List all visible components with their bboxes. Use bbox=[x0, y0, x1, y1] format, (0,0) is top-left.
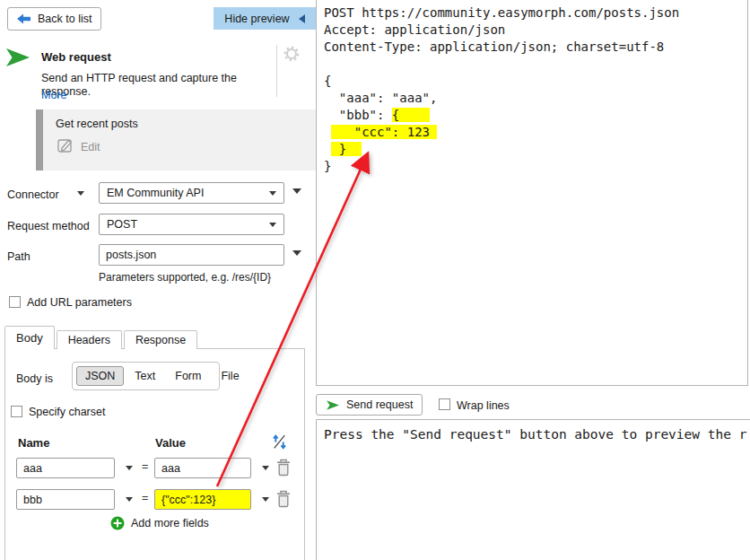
connector-parameter-dropdown-icon[interactable] bbox=[77, 191, 84, 196]
tab-headers[interactable]: Headers bbox=[57, 330, 122, 349]
step-accent-bar bbox=[36, 109, 43, 171]
request-method-label: Request method bbox=[7, 220, 90, 232]
field-value-dropdown-icon[interactable] bbox=[262, 466, 269, 470]
chevron-down-icon bbox=[269, 191, 276, 196]
field-name-dropdown-icon[interactable] bbox=[126, 466, 133, 470]
web-request-icon bbox=[4, 47, 31, 71]
connector-select[interactable]: EM Community API bbox=[99, 182, 284, 204]
header-divider bbox=[276, 45, 277, 97]
request-method-value: POST bbox=[107, 218, 269, 231]
response-preview-text: Press the "Send request" button above to… bbox=[324, 425, 746, 443]
send-icon bbox=[326, 399, 340, 411]
response-preview-pane: Press the "Send request" button above to… bbox=[316, 419, 750, 560]
request-method-select[interactable]: POST bbox=[99, 214, 284, 235]
equals-sign: = bbox=[142, 460, 148, 473]
path-input[interactable] bbox=[99, 244, 284, 266]
specify-charset-label: Specify charset bbox=[29, 406, 105, 418]
field-value-dropdown-icon[interactable] bbox=[262, 497, 269, 502]
tab-body[interactable]: Body bbox=[4, 326, 55, 349]
action-title: Web request bbox=[41, 50, 111, 64]
edit-button[interactable]: Edit bbox=[81, 141, 100, 153]
body-type-form[interactable]: Form bbox=[166, 366, 210, 386]
edit-pencil-icon bbox=[57, 137, 74, 156]
wrap-lines-label: Wrap lines bbox=[457, 399, 510, 412]
field-name-input[interactable] bbox=[16, 458, 115, 478]
path-label: Path bbox=[7, 250, 31, 263]
delete-field-icon[interactable] bbox=[276, 459, 291, 479]
chevron-down-icon bbox=[269, 223, 276, 227]
request-preview-text: POST https://community.easymorph.com/pos… bbox=[324, 4, 679, 175]
request-preview-pane: POST https://community.easymorph.com/pos… bbox=[316, 0, 748, 386]
field-row: = bbox=[0, 489, 305, 510]
step-name: Get recent posts bbox=[56, 118, 138, 130]
request-preview-line: } bbox=[324, 158, 679, 175]
path-hint: Parameters supported, e.g. /res/{ID} bbox=[99, 271, 271, 284]
field-value-input[interactable] bbox=[154, 489, 251, 510]
request-preview-line: Content-Type: application/json; charset=… bbox=[324, 39, 679, 56]
reorder-fields-icon[interactable] bbox=[271, 433, 288, 453]
more-link[interactable]: More bbox=[41, 89, 66, 101]
body-type-file[interactable]: File bbox=[212, 366, 248, 386]
request-preview-line: "aaa": "aaa", bbox=[324, 90, 679, 107]
connector-label: Connector bbox=[7, 188, 59, 201]
collapse-left-icon bbox=[299, 14, 305, 23]
field-row: = bbox=[0, 458, 305, 478]
tab-response[interactable]: Response bbox=[124, 330, 197, 349]
path-dropdown-icon[interactable] bbox=[292, 250, 301, 256]
connector-value: EM Community API bbox=[107, 187, 269, 199]
field-name-input[interactable] bbox=[16, 489, 115, 510]
add-more-fields-label: Add more fields bbox=[131, 517, 209, 529]
field-value-input[interactable] bbox=[154, 458, 251, 478]
back-to-list-label: Back to list bbox=[38, 13, 92, 25]
body-type-segmented-control: JSONTextFormFile bbox=[72, 362, 220, 390]
add-more-fields-button[interactable]: Add more fields bbox=[110, 516, 209, 530]
body-type-json[interactable]: JSON bbox=[76, 366, 124, 386]
gear-icon[interactable] bbox=[283, 46, 300, 65]
request-preview-line: POST https://community.easymorph.com/pos… bbox=[324, 4, 679, 22]
hide-preview-button[interactable]: Hide preview bbox=[214, 7, 316, 30]
request-preview-line: "ccc": 123 bbox=[324, 124, 679, 141]
delete-field-icon[interactable] bbox=[276, 490, 291, 511]
wrap-lines-checkbox[interactable] bbox=[439, 398, 450, 410]
body-type-text[interactable]: Text bbox=[126, 366, 164, 386]
send-request-label: Send request bbox=[346, 398, 413, 411]
add-url-parameters-checkbox[interactable] bbox=[9, 296, 21, 308]
back-arrow-icon bbox=[17, 13, 31, 24]
fields-value-header: Value bbox=[155, 436, 186, 450]
request-preview-line bbox=[324, 56, 679, 73]
hide-preview-label: Hide preview bbox=[224, 13, 289, 25]
field-name-dropdown-icon[interactable] bbox=[126, 497, 133, 502]
send-request-button[interactable]: Send request bbox=[316, 394, 423, 416]
specify-charset-checkbox[interactable] bbox=[11, 406, 22, 417]
fields-name-header: Name bbox=[18, 436, 49, 450]
request-preview-line: { bbox=[324, 73, 679, 90]
connector-menu-dropdown-icon[interactable] bbox=[292, 188, 301, 194]
action-description: Send an HTTP request and capture the res… bbox=[41, 72, 276, 99]
request-preview-line: "bbb": { bbox=[324, 107, 679, 124]
tab-bar: BodyHeadersResponse bbox=[4, 326, 199, 349]
request-preview-line: Accept: application/json bbox=[324, 22, 679, 39]
back-to-list-button[interactable]: Back to list bbox=[7, 7, 101, 31]
request-preview-line: } bbox=[324, 141, 679, 158]
add-url-parameters-label: Add URL parameters bbox=[27, 296, 132, 309]
plus-icon bbox=[110, 516, 125, 530]
body-is-label: Body is bbox=[16, 372, 53, 385]
step-item[interactable]: Get recent posts Edit bbox=[36, 109, 316, 171]
equals-sign: = bbox=[142, 492, 148, 504]
